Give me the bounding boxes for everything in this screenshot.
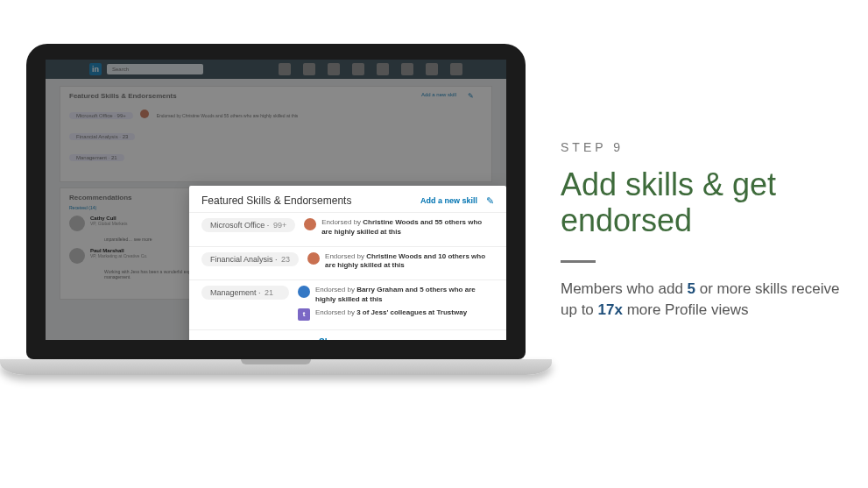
- step-body: Members who add 5 or more skills receive…: [561, 279, 841, 322]
- skill-pill[interactable]: Financial Analysis · 23: [201, 252, 299, 266]
- add-skill-link[interactable]: Add a new skill: [420, 196, 477, 205]
- search-input[interactable]: Search: [107, 64, 203, 74]
- skill-row: Financial Analysis · 23 Endorsed by Chri…: [189, 246, 506, 280]
- bg-add-skill-link[interactable]: Add a new skill: [421, 92, 456, 97]
- nav-icon-messaging[interactable]: [352, 63, 364, 75]
- nav-icon-work[interactable]: [426, 63, 438, 75]
- bg-endorse-text: Endorsed by Christine Woods and 55 other…: [157, 113, 299, 118]
- instructional-text: STEP 9 Add skills & get endorsed Members…: [561, 140, 841, 322]
- company-badge-icon: t: [298, 308, 310, 321]
- endorsement-text: Endorsed by Christine Woods and 55 other…: [321, 218, 494, 237]
- chevron-down-icon: ⌄: [370, 337, 377, 340]
- skills-modal: Featured Skills & Endorsements Add a new…: [189, 186, 506, 340]
- avatar: [69, 248, 85, 264]
- show-more-button[interactable]: Show more⌄: [189, 329, 506, 340]
- linkedin-logo: in: [89, 63, 102, 75]
- divider: [561, 260, 596, 263]
- bg-skill-pill[interactable]: Management · 21: [69, 154, 124, 161]
- nav-icon-jobs[interactable]: [328, 63, 340, 75]
- skill-row: Management · 21 Endorsed by Barry Graham…: [189, 279, 506, 329]
- step-label: STEP 9: [561, 140, 841, 154]
- laptop-screen: in Search: [46, 60, 506, 340]
- endorsement-text: Endorsed by 3 of Jess' colleagues at Tru…: [315, 308, 467, 318]
- modal-title: Featured Skills & Endorsements: [201, 194, 351, 207]
- skill-pill[interactable]: Microsoft Office · 99+: [201, 218, 295, 232]
- nav-icon-home[interactable]: [279, 63, 291, 75]
- nav-icon-learning[interactable]: [450, 63, 462, 75]
- bg-rec-subtitle: VP, Global Markets: [90, 221, 127, 226]
- linkedin-topbar: in Search: [46, 60, 506, 79]
- avatar: [69, 216, 85, 231]
- bg-skill-pill[interactable]: Microsoft Office · 99+: [69, 112, 133, 119]
- pencil-icon[interactable]: ✎: [486, 195, 494, 207]
- skill-row: Microsoft Office · 99+ Endorsed by Chris…: [189, 212, 506, 246]
- bg-skill-pill[interactable]: Financial Analysis · 23: [69, 133, 135, 140]
- bg-rec-subtitle: VP, Marketing at Creative Co.: [90, 253, 148, 258]
- endorsement-text: Endorsed by Christine Woods and 10 other…: [325, 252, 494, 272]
- step-heading: Add skills & get endorsed: [561, 166, 841, 239]
- avatar: [140, 110, 149, 118]
- endorsement-text: Endorsed by Barry Graham and 5 others wh…: [315, 286, 494, 305]
- nav-icon-me[interactable]: [401, 63, 413, 75]
- nav-icon-network[interactable]: [303, 63, 315, 75]
- nav-icon-notifications[interactable]: [377, 63, 389, 75]
- endorser-avatar: [298, 286, 310, 298]
- endorser-avatar: [307, 252, 320, 265]
- bg-skills-card: Featured Skills & Endorsements Add a new…: [60, 86, 492, 182]
- skill-pill[interactable]: Management · 21: [201, 286, 289, 300]
- endorser-avatar: [304, 218, 316, 230]
- pencil-icon[interactable]: ✎: [468, 92, 474, 100]
- laptop-base: [0, 359, 552, 375]
